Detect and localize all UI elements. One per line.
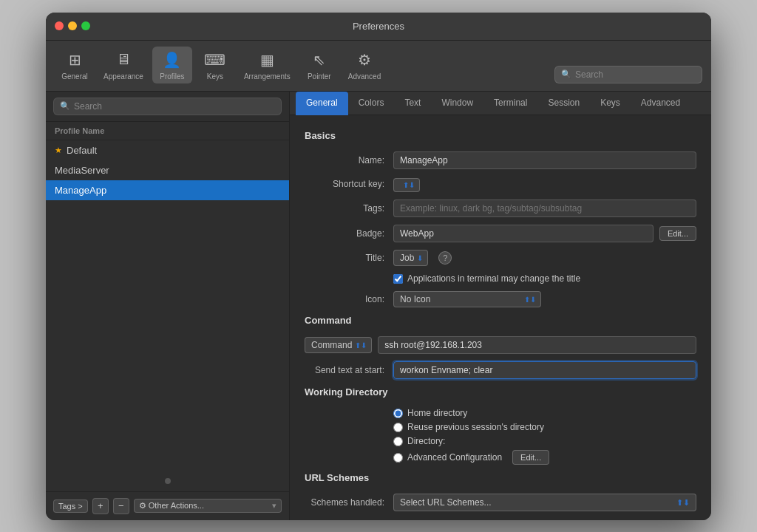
advanced-config-edit-button[interactable]: Edit... bbox=[512, 450, 549, 465]
radio-home-label: Home directory bbox=[407, 408, 467, 418]
star-icon: ★ bbox=[55, 146, 62, 155]
icon-row: Icon: No Icon ⬆⬇ bbox=[305, 291, 696, 307]
title-change-label: Applications in terminal may change the … bbox=[407, 273, 580, 284]
tags-input[interactable] bbox=[393, 200, 696, 217]
title-select[interactable]: Job ⬇ bbox=[393, 250, 428, 266]
add-profile-button[interactable]: + bbox=[92, 498, 109, 514]
name-row: Name: bbox=[305, 151, 696, 169]
icon-field: No Icon ⬆⬇ bbox=[393, 291, 696, 307]
title-row: Title: Job ⬇ ? bbox=[305, 250, 696, 266]
radio-home[interactable] bbox=[393, 409, 403, 418]
command-type-select[interactable]: Command ⬆⬇ bbox=[305, 337, 372, 353]
command-section-title: Command bbox=[305, 315, 696, 326]
general-icon: ⊞ bbox=[64, 50, 85, 70]
tab-colors[interactable]: Colors bbox=[348, 92, 395, 115]
tab-advanced[interactable]: Advanced bbox=[631, 92, 690, 115]
other-actions-chevron: ▾ bbox=[272, 501, 276, 511]
tab-text[interactable]: Text bbox=[394, 92, 431, 115]
radio-home-row: Home directory bbox=[393, 408, 696, 418]
badge-input[interactable] bbox=[393, 225, 654, 242]
toolbar-label-general: General bbox=[61, 72, 88, 81]
content-area: 🔍 Profile Name ★ Default MediaServer Man… bbox=[46, 92, 711, 520]
badge-edit-button[interactable]: Edit... bbox=[659, 226, 696, 241]
tags-button[interactable]: Tags > bbox=[53, 499, 88, 513]
badge-field: Edit... bbox=[393, 225, 696, 242]
toolbar: ⊞ General 🖥 Appearance 👤 Profiles ⌨ Keys… bbox=[46, 41, 711, 92]
profile-name-default: Default bbox=[67, 145, 97, 156]
main-panel: General Colors Text Window Terminal Sess… bbox=[290, 92, 711, 520]
send-text-input[interactable] bbox=[393, 361, 696, 379]
shortcut-field: ⬆⬇ bbox=[393, 177, 696, 193]
radio-directory[interactable] bbox=[393, 437, 403, 446]
schemes-select[interactable]: Select URL Schemes... ⬆⬇ bbox=[393, 494, 696, 511]
title-change-checkbox[interactable] bbox=[393, 274, 403, 284]
arrangements-icon: ▦ bbox=[257, 50, 277, 70]
toolbar-item-keys[interactable]: ⌨ Keys bbox=[195, 47, 235, 83]
tab-keys[interactable]: Keys bbox=[590, 92, 631, 115]
schemes-label: Schemes handled: bbox=[305, 497, 393, 508]
toolbar-label-profiles: Profiles bbox=[160, 72, 184, 81]
toolbar-item-arrangements[interactable]: ▦ Arrangements bbox=[238, 47, 296, 83]
title-help-button[interactable]: ? bbox=[438, 251, 452, 265]
tab-bar: General Colors Text Window Terminal Sess… bbox=[290, 92, 711, 115]
command-input[interactable] bbox=[378, 336, 696, 354]
icon-select[interactable]: No Icon ⬆⬇ bbox=[393, 291, 541, 307]
tags-field bbox=[393, 200, 696, 217]
shortcut-label: Shortcut key: bbox=[305, 179, 393, 189]
url-schemes-title: URL Schemes bbox=[305, 472, 696, 483]
shortcut-select[interactable]: ⬆⬇ bbox=[393, 178, 420, 192]
remove-profile-button[interactable]: − bbox=[113, 498, 129, 514]
icon-label: Icon: bbox=[305, 294, 393, 304]
title-chevron: ⬇ bbox=[417, 254, 423, 262]
sidebar-search-input[interactable] bbox=[74, 101, 275, 112]
profile-item-default[interactable]: ★ Default bbox=[46, 140, 289, 160]
tab-terminal[interactable]: Terminal bbox=[483, 92, 537, 115]
advanced-icon: ⚙ bbox=[354, 50, 375, 70]
sidebar: 🔍 Profile Name ★ Default MediaServer Man… bbox=[46, 92, 290, 520]
maximize-button[interactable] bbox=[81, 21, 90, 30]
send-text-row: Send text at start: bbox=[305, 361, 696, 379]
profile-name-manageapp: ManageApp bbox=[55, 185, 106, 196]
pointer-icon: ⇖ bbox=[309, 50, 330, 70]
radio-advanced[interactable] bbox=[393, 453, 403, 463]
tab-window[interactable]: Window bbox=[431, 92, 483, 115]
radio-advanced-label: Advanced Configuration bbox=[407, 452, 502, 463]
tab-general[interactable]: General bbox=[296, 92, 348, 115]
name-field bbox=[393, 151, 696, 169]
toolbar-icons: ⊞ General 🖥 Appearance 👤 Profiles ⌨ Keys… bbox=[55, 47, 387, 83]
toolbar-item-advanced[interactable]: ⚙ Advanced bbox=[342, 47, 387, 83]
toolbar-item-general[interactable]: ⊞ General bbox=[55, 47, 95, 83]
traffic-lights bbox=[55, 21, 90, 30]
tags-label-field: Tags: bbox=[305, 203, 393, 214]
profile-item-mediaserver[interactable]: MediaServer bbox=[46, 160, 289, 180]
window-title: Preferences bbox=[353, 21, 404, 32]
panel-content: Basics Name: Shortcut key: ⬆⬇ bbox=[290, 115, 711, 520]
toolbar-item-appearance[interactable]: 🖥 Appearance bbox=[98, 47, 149, 83]
sidebar-search-icon: 🔍 bbox=[60, 101, 70, 111]
title-field: Job ⬇ ? bbox=[393, 250, 696, 266]
toolbar-item-profiles[interactable]: 👤 Profiles bbox=[152, 47, 192, 83]
send-text-label: Send text at start: bbox=[305, 365, 393, 375]
close-button[interactable] bbox=[55, 21, 64, 30]
name-label: Name: bbox=[305, 155, 393, 166]
appearance-icon: 🖥 bbox=[113, 50, 134, 70]
radio-reuse-label: Reuse previous session's directory bbox=[407, 422, 544, 432]
radio-reuse[interactable] bbox=[393, 423, 403, 432]
profile-item-manageapp[interactable]: ManageApp bbox=[46, 180, 289, 200]
other-actions-button[interactable]: ⚙ Other Actions... ▾ bbox=[134, 499, 282, 513]
sidebar-search-box: 🔍 bbox=[53, 98, 282, 115]
minimize-button[interactable] bbox=[68, 21, 77, 30]
basics-section-title: Basics bbox=[305, 130, 696, 141]
titlebar: Preferences bbox=[46, 13, 711, 41]
toolbar-item-pointer[interactable]: ⇖ Pointer bbox=[299, 47, 339, 83]
title-checkbox-row: Applications in terminal may change the … bbox=[393, 273, 696, 284]
profiles-icon: 👤 bbox=[162, 50, 183, 70]
name-input[interactable] bbox=[393, 151, 696, 169]
add-icon: + bbox=[98, 500, 103, 511]
sidebar-search: 🔍 bbox=[46, 92, 289, 122]
toolbar-search-input[interactable] bbox=[575, 69, 696, 80]
tab-session[interactable]: Session bbox=[537, 92, 590, 115]
send-text-field bbox=[393, 361, 696, 379]
search-icon: 🔍 bbox=[561, 69, 571, 79]
radio-reuse-row: Reuse previous session's directory bbox=[393, 422, 696, 432]
